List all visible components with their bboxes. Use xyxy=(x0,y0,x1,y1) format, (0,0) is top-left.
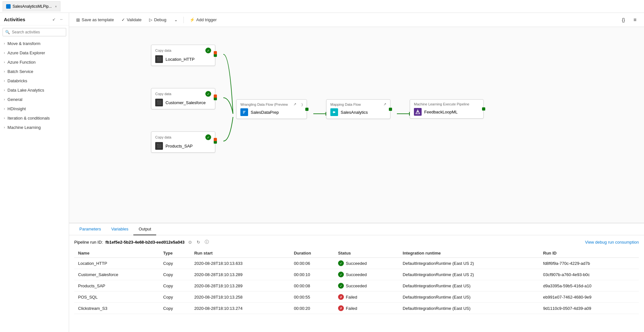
sidebar-item-3[interactable]: ›Batch Service xyxy=(0,67,69,76)
chevron-icon: › xyxy=(4,116,5,120)
pipeline-run-id-row: Pipeline run ID: fb1ef5e2-5b23-4e68-b2d3… xyxy=(74,239,639,245)
external-link-icon-wrangling[interactable]: ↗ xyxy=(293,102,296,106)
chevron-icon: › xyxy=(4,60,5,64)
col-name: Name xyxy=(74,249,159,258)
status-success-icon: ✓ xyxy=(338,272,344,277)
tab-close-button[interactable]: × xyxy=(55,5,57,8)
wrangling-node[interactable]: Wrangling Data Flow (Preview ↗ ) SalesDa… xyxy=(236,99,307,119)
debug-dropdown-button[interactable]: ⌄ xyxy=(171,16,181,23)
save-template-label: Save as template xyxy=(82,17,114,22)
sidebar-title: Activities xyxy=(4,17,25,22)
sidebar-item-6[interactable]: ›General xyxy=(0,95,69,104)
copy-icon-3: ⬛ xyxy=(155,142,163,150)
table-row[interactable]: POS_SQL Copy 2020-08-28T18:10:13.258 00:… xyxy=(74,292,639,303)
sidebar-item-label: Azure Data Explorer xyxy=(7,50,45,55)
sidebar-item-4[interactable]: ›Databricks xyxy=(0,76,69,85)
refresh-icon[interactable]: ↻ xyxy=(195,239,201,245)
copy-icon-2: ⬛ xyxy=(155,99,163,106)
tab-variables[interactable]: Variables xyxy=(106,223,133,235)
collapse-btn[interactable]: ↙ xyxy=(51,16,57,22)
cell-name: Clickstream_S3 xyxy=(74,303,159,314)
mapping-body: SalesAnalytics xyxy=(330,108,386,116)
pipeline-tab[interactable]: SalesAnalyticsMLPip... × xyxy=(3,1,60,12)
debug-button[interactable]: ▷ Debug xyxy=(146,16,169,23)
copy-run-id-icon[interactable]: ⊙ xyxy=(187,239,193,245)
wrangling-header: Wrangling Data Flow (Preview ↗ ) xyxy=(240,102,303,106)
sidebar-item-2[interactable]: ›Azure Function xyxy=(0,58,69,67)
sidebar-item-label: General xyxy=(7,97,22,102)
table-row[interactable]: Customer_Salesforce Copy 2020-08-28T18:1… xyxy=(74,269,639,280)
tab-title: SalesAnalyticsMLPip... xyxy=(13,4,52,9)
table-row[interactable]: Products_SAP Copy 2020-08-28T18:10:13.28… xyxy=(74,280,639,292)
ml-connector-right xyxy=(482,107,485,111)
node-type-2: Copy data xyxy=(155,92,171,96)
connector-fail-3 xyxy=(214,138,217,141)
chevron-icon: › xyxy=(4,70,5,73)
wrangling-name: SalesDataPrep xyxy=(251,110,279,115)
bottom-panel: Parameters Variables Output Pipeline run… xyxy=(69,223,644,332)
chevron-icon: › xyxy=(4,126,5,129)
add-trigger-button[interactable]: ⚡ Add trigger xyxy=(186,16,220,23)
copy-node-1[interactable]: Copy data ✓ ⬛ Location_HTTP xyxy=(151,45,215,66)
table-body: Location_HTTP Copy 2020-08-28T18:10:13.6… xyxy=(74,258,639,314)
status-failed-icon: ✗ xyxy=(338,294,344,300)
save-as-template-button[interactable]: ⊞ Save as template xyxy=(73,16,117,24)
main-layout: Activities ↙ ← 🔍 ›Move & transform›Azure… xyxy=(0,13,644,332)
col-runtime: Integration runtime xyxy=(399,249,539,258)
toolbar: ⊞ Save as template ✓ Validate ▷ Debug ⌄ … xyxy=(69,13,644,27)
cell-status: ✓Succeeded xyxy=(334,280,399,292)
sidebar-item-0[interactable]: ›Move & transform xyxy=(0,39,69,48)
cell-run-id: eb991e07-7462-4680-9e9 xyxy=(539,292,639,303)
debug-icon: ▷ xyxy=(149,17,152,22)
table-row[interactable]: Location_HTTP Copy 2020-08-28T18:10:13.6… xyxy=(74,258,639,269)
sidebar-controls: ↙ ← xyxy=(51,16,65,22)
mapping-node[interactable]: Mapping Data Flow ↗ SalesAnalytics xyxy=(326,99,390,119)
cell-duration: 00:00:06 xyxy=(290,258,334,269)
copy-node-2[interactable]: Copy data ✓ ⬛ Customer_Salesforce xyxy=(151,88,215,109)
settings-button[interactable]: ≡ xyxy=(630,15,640,25)
sidebar-item-5[interactable]: ›Data Lake Analytics xyxy=(0,85,69,95)
cell-status: ✗Failed xyxy=(334,303,399,314)
info-icon[interactable]: ⓘ xyxy=(204,239,210,245)
cell-status: ✓Succeeded xyxy=(334,258,399,269)
sidebar-item-1[interactable]: ›Azure Data Explorer xyxy=(0,48,69,58)
tab-parameters[interactable]: Parameters xyxy=(74,223,106,235)
table-row[interactable]: Clickstream_S3 Copy 2020-08-28T18:10:13.… xyxy=(74,303,639,314)
cell-run-id: d9a3395a-59b5-416d-a10 xyxy=(539,280,639,292)
table-header: Name Type Run start Duration Status Inte… xyxy=(74,249,639,258)
sidebar-item-label: Move & transform xyxy=(7,41,40,46)
ml-header: Machine Learning Execute Pipeline xyxy=(414,102,479,106)
tab-output[interactable]: Output xyxy=(133,223,156,235)
view-consumption-link[interactable]: View debug run consumption xyxy=(585,240,639,245)
ml-node[interactable]: Machine Learning Execute Pipeline Feedba… xyxy=(410,99,484,119)
sidebar-item-label: Databricks xyxy=(7,78,27,83)
ml-body: FeedbackLoopML xyxy=(414,108,479,116)
cell-duration: 00:00:10 xyxy=(290,269,334,280)
hide-panel-btn[interactable]: ← xyxy=(58,16,65,22)
search-box: 🔍 xyxy=(3,28,66,36)
validate-button[interactable]: ✓ Validate xyxy=(118,16,145,23)
copy-node-3[interactable]: Copy data ✓ ⬛ Products_SAP xyxy=(151,131,215,153)
settings-icon: ≡ xyxy=(633,17,636,23)
search-input[interactable] xyxy=(3,28,66,36)
cell-duration: 00:00:55 xyxy=(290,292,334,303)
close-bracket: ) xyxy=(301,103,303,106)
code-view-button[interactable]: {} xyxy=(618,15,629,25)
sidebar-item-8[interactable]: ›Iteration & conditionals xyxy=(0,113,69,123)
cell-run-id: 9d1110c9-0507-4d39-a09 xyxy=(539,303,639,314)
cell-type: Copy xyxy=(159,258,191,269)
canvas-area[interactable]: Copy data ✓ ⬛ Location_HTTP Copy data ✓ xyxy=(69,27,644,223)
cell-status: ✓Succeeded xyxy=(334,269,399,280)
connector-fail-2 xyxy=(214,94,217,98)
sidebar-item-7[interactable]: ›HDInsight xyxy=(0,104,69,113)
mapping-type: Mapping Data Flow xyxy=(330,103,361,106)
status-text: Succeeded xyxy=(346,283,367,288)
sidebar-item-9[interactable]: ›Machine Learning xyxy=(0,123,69,132)
col-status: Status xyxy=(334,249,399,258)
status-failed-icon: ✗ xyxy=(338,305,344,311)
connector-fail-1 xyxy=(214,51,217,54)
cell-runtime: DefaultIntegrationRuntime (East US 2) xyxy=(399,258,539,269)
external-link-icon-mapping[interactable]: ↗ xyxy=(383,102,386,106)
output-table: Name Type Run start Duration Status Inte… xyxy=(74,249,639,314)
sidebar-item-label: HDInsight xyxy=(7,106,26,111)
